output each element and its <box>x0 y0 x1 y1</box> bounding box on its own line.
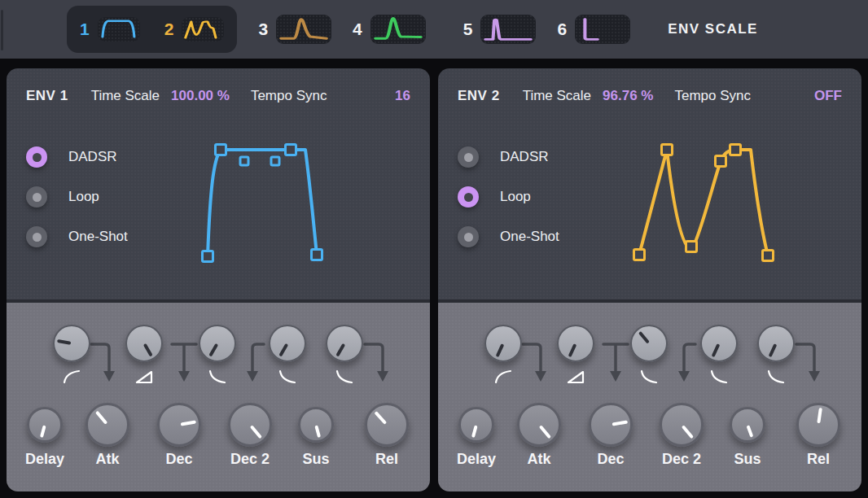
mode-option-loop[interactable]: Loop <box>26 186 128 208</box>
curve-power-handle[interactable] <box>240 157 248 165</box>
curve-knob-1[interactable] <box>484 325 522 362</box>
knob-delay[interactable] <box>27 407 63 443</box>
curve-node[interactable] <box>203 251 213 262</box>
env-knob-section: DelayAtkDecDec 2SusRel <box>438 303 861 491</box>
curve-node[interactable] <box>730 145 741 155</box>
tempo-sync-value[interactable]: 16 <box>395 88 410 104</box>
tempo-sync-value[interactable]: OFF <box>814 88 842 104</box>
curve-node[interactable] <box>686 242 697 252</box>
mode-radio-button[interactable] <box>26 226 47 247</box>
env-thumbnail-curve-icon <box>480 15 536 44</box>
time-scale-value[interactable]: 96.76 % <box>603 88 653 104</box>
knob-pointer-icon <box>208 343 218 357</box>
knob-dec[interactable] <box>589 403 633 447</box>
curve-knob-3[interactable] <box>630 325 668 362</box>
time-scale-value[interactable]: 100.00 % <box>171 88 230 104</box>
mode-option-dadsr[interactable]: DADSR <box>26 146 128 168</box>
route-arrow-icon <box>678 371 690 382</box>
mode-radio-button[interactable] <box>26 146 47 168</box>
knob-pointer-icon <box>250 425 262 439</box>
knob-sus[interactable] <box>298 407 334 443</box>
knob-label: Dec 2 <box>645 451 718 468</box>
env-tab-number: 3 <box>258 20 268 39</box>
curve-knob-5[interactable] <box>326 325 363 362</box>
curve-node[interactable] <box>312 250 322 260</box>
env-header: ENV 2 Time Scale 96.76 % Tempo Sync OFF <box>438 68 861 104</box>
mode-option-one-shot[interactable]: One-Shot <box>26 226 128 247</box>
knob-pointer-icon <box>568 343 577 357</box>
knob-pointer-icon <box>638 331 650 343</box>
mode-label: DADSR <box>500 149 549 165</box>
knob-rel[interactable] <box>796 403 840 447</box>
route-arrow-icon <box>247 371 258 382</box>
mode-label: DADSR <box>68 149 117 165</box>
env-thumbnail-curve-icon <box>575 15 630 44</box>
knob-pointer-icon <box>180 420 196 426</box>
knob-pointer-icon <box>712 343 721 357</box>
knob-pointer-icon <box>143 343 153 357</box>
curve-knob-1[interactable] <box>53 325 90 362</box>
mode-label: One-Shot <box>68 229 128 245</box>
curve-node[interactable] <box>716 156 726 167</box>
curve-node[interactable] <box>763 251 774 261</box>
knob-atk[interactable] <box>517 403 561 447</box>
knob-label: Dec 2 <box>213 451 287 468</box>
curve-knob-3[interactable] <box>199 325 236 362</box>
curve-knob-5[interactable] <box>757 325 795 362</box>
curve-node[interactable] <box>662 145 673 155</box>
route-connector <box>523 344 541 371</box>
curve-knob-4[interactable] <box>700 325 738 362</box>
env-tab-number: 5 <box>463 20 473 39</box>
mode-option-dadsr[interactable]: DADSR <box>458 146 559 168</box>
curve-knob-2[interactable] <box>557 325 594 362</box>
route-arrow-icon <box>178 371 190 382</box>
env-knob-section: DelayAtkDecDec 2SusRel <box>7 303 430 491</box>
envelope-path <box>639 150 768 256</box>
knob-label: Dec <box>142 451 216 468</box>
env-tab-thumbnail <box>480 15 536 44</box>
route-connector <box>365 344 383 371</box>
env-tab-1[interactable]: 1 <box>80 17 140 42</box>
knob-label: Rel <box>350 451 423 468</box>
env-tab-4[interactable]: 4 <box>353 15 426 44</box>
env-tab-thumbnail <box>575 15 630 44</box>
env-tab-number: 4 <box>353 20 362 39</box>
curve-power-handle[interactable] <box>271 157 279 165</box>
env-tab-2[interactable]: 2 <box>164 17 225 42</box>
envelope-path <box>208 150 317 256</box>
envelope-tab-bar: 1 2 3 4 5 <box>0 0 868 59</box>
env-tab-6[interactable]: 6 <box>557 15 630 44</box>
curve-node[interactable] <box>286 145 296 155</box>
radio-dot-icon <box>464 233 473 242</box>
mode-option-one-shot[interactable]: One-Shot <box>458 226 559 247</box>
radio-dot-icon <box>464 193 473 202</box>
mode-radio-button[interactable] <box>458 186 479 208</box>
curve-knob-4[interactable] <box>269 325 306 362</box>
knob-sus[interactable] <box>730 407 765 443</box>
mode-radio-button[interactable] <box>26 186 47 208</box>
mode-label: Loop <box>500 189 531 205</box>
radio-dot-icon <box>33 153 42 162</box>
curve-node[interactable] <box>634 250 645 260</box>
mode-radio-button[interactable] <box>458 146 479 168</box>
knob-dec-2[interactable] <box>660 403 704 447</box>
time-scale-label: Time Scale <box>523 88 591 104</box>
mode-label: Loop <box>68 189 99 205</box>
route-connector <box>684 344 695 371</box>
curve-node[interactable] <box>216 145 226 155</box>
env-thumbnail-curve-icon <box>370 15 426 44</box>
mode-radio-button[interactable] <box>458 226 479 247</box>
mode-option-loop[interactable]: Loop <box>458 186 559 208</box>
knob-pointer-icon <box>278 343 288 357</box>
curve-knob-2[interactable] <box>125 325 163 362</box>
env-tab-5[interactable]: 5 <box>463 15 537 44</box>
knob-dec-2[interactable] <box>228 403 272 447</box>
knob-pointer-icon <box>314 425 321 438</box>
active-envelope-tab-group: 1 2 <box>67 6 237 53</box>
knob-dec[interactable] <box>157 403 201 447</box>
knob-atk[interactable] <box>85 403 129 447</box>
env-mode-group: DADSR Loop One-Shot <box>26 146 128 247</box>
knob-rel[interactable] <box>365 403 409 447</box>
knob-delay[interactable] <box>458 407 494 443</box>
env-tab-3[interactable]: 3 <box>258 15 331 44</box>
